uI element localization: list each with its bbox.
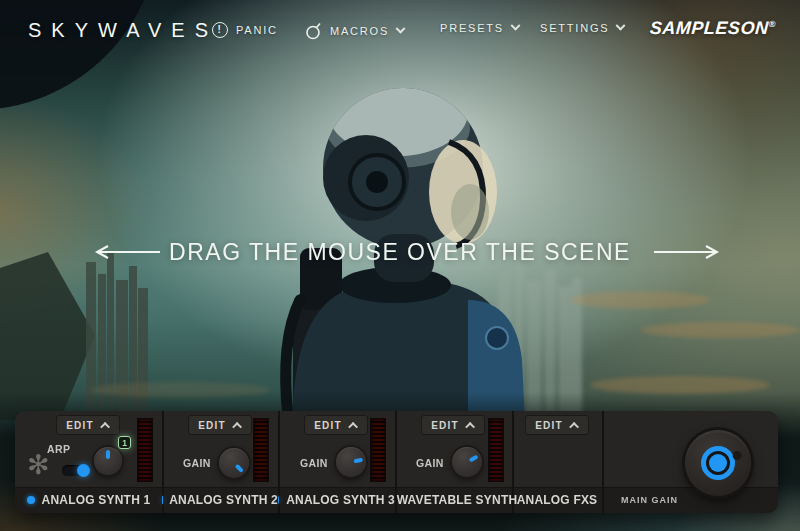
sampleson-logo: SAMPLESON® <box>650 18 777 39</box>
chevron-up-icon <box>465 421 475 431</box>
gain-knob-analog-synth-2[interactable] <box>219 448 249 478</box>
drag-instruction: DRAG THE MOUSE OVER THE SCENE <box>0 236 800 276</box>
panic-button[interactable]: ! PANIC <box>212 22 278 38</box>
active-dot <box>278 496 279 504</box>
chevron-up-icon <box>100 421 110 431</box>
arp-knob[interactable] <box>94 447 122 475</box>
channel-tab-analog-synth-3[interactable]: ANALOG SYNTH 3 <box>278 487 395 513</box>
skywaves-plugin-window: DRAG THE MOUSE OVER THE SCENE SKYWAVES !… <box>0 0 800 531</box>
edit-button-analog-synth-3[interactable]: EDIT <box>304 415 368 435</box>
channel-tab-analog-synth-1[interactable]: ANALOG SYNTH 1 <box>15 487 162 513</box>
chevron-up-icon <box>232 421 242 431</box>
top-bar: SKYWAVES ! PANIC MACROS PRESETS SETTINGS… <box>0 0 800 50</box>
right-arrow-icon <box>652 244 720 260</box>
divider <box>602 411 604 513</box>
arp-toggle[interactable] <box>62 465 88 476</box>
level-meter-3 <box>370 418 386 482</box>
channel-tab-analog-fxs[interactable]: ANALOG FXS <box>512 487 602 513</box>
chevron-down-icon <box>616 20 626 30</box>
edit-button-wavetable-synth[interactable]: EDIT <box>421 415 485 435</box>
chevron-down-icon <box>396 23 406 33</box>
macro-badge: 1 <box>118 436 131 449</box>
mixer-panel: EDIT EDIT EDIT EDIT EDIT ✻ ARP 1 GAIN GA… <box>15 411 778 513</box>
knob-indicator <box>354 458 364 464</box>
macros-menu[interactable]: MACROS <box>305 22 404 40</box>
knob-icon <box>305 22 322 40</box>
presets-label: PRESETS <box>440 22 504 34</box>
main-gain-indicator-dot <box>731 450 743 462</box>
main-gain-knob[interactable] <box>685 430 751 496</box>
level-meter-4 <box>488 418 504 482</box>
gain-label: GAIN <box>300 457 328 469</box>
app-title: SKYWAVES <box>28 19 218 42</box>
toggle-knob <box>77 464 90 477</box>
chevron-down-icon <box>511 20 521 30</box>
settings-menu[interactable]: SETTINGS <box>540 22 624 34</box>
gain-label: GAIN <box>416 457 444 469</box>
knob-indicator <box>235 464 244 473</box>
gain-knob-analog-synth-3[interactable] <box>336 447 366 477</box>
macros-label: MACROS <box>330 25 389 37</box>
chevron-up-icon <box>348 421 358 431</box>
level-meter-2 <box>253 418 269 482</box>
gain-label: GAIN <box>183 457 211 469</box>
gain-knob-wavetable-synth[interactable] <box>452 447 482 477</box>
knob-indicator <box>106 450 110 459</box>
channel-tab-wavetable-synth[interactable]: WAVETABLE SYNTH <box>395 487 512 513</box>
channel-tab-analog-synth-2[interactable]: ANALOG SYNTH 2 <box>162 487 278 513</box>
alert-circle-icon: ! <box>212 22 228 38</box>
panic-label: PANIC <box>236 24 278 36</box>
knob-indicator <box>469 455 479 463</box>
snowflake-icon: ✻ <box>27 451 50 478</box>
scene-illustration <box>0 0 800 420</box>
edit-button-analog-synth-2[interactable]: EDIT <box>188 415 252 435</box>
chevron-up-icon <box>569 421 579 431</box>
level-meter-1 <box>137 418 153 482</box>
main-gain-label: MAIN GAIN <box>621 487 678 513</box>
settings-label: SETTINGS <box>540 22 609 34</box>
edit-button-analog-synth-1[interactable]: EDIT <box>56 415 120 435</box>
arp-label: ARP <box>47 443 70 455</box>
active-dot <box>27 496 35 504</box>
presets-menu[interactable]: PRESETS <box>440 22 519 34</box>
edit-button-analog-fxs[interactable]: EDIT <box>525 415 589 435</box>
